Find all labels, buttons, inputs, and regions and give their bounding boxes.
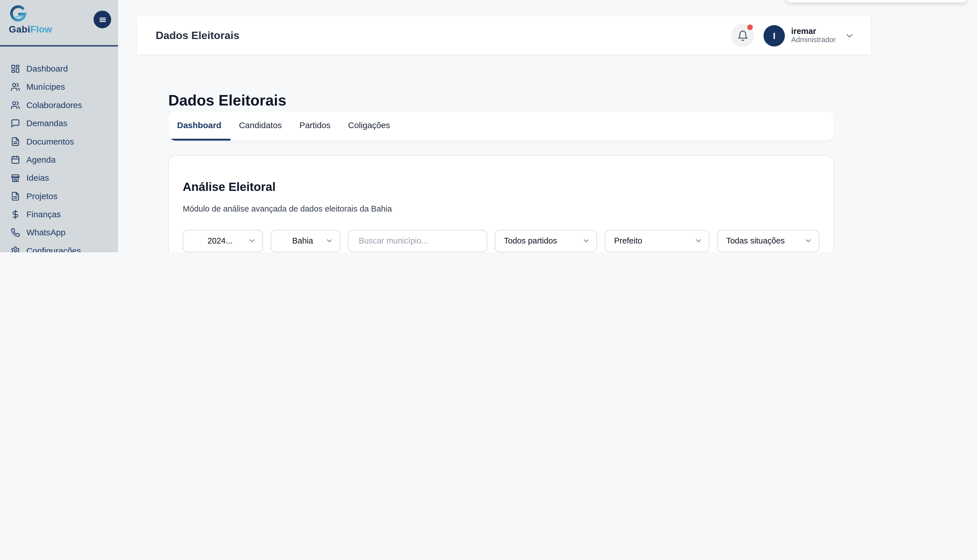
office-select[interactable]: Prefeito [605, 229, 709, 252]
search-input[interactable] [358, 235, 478, 246]
electoral-analysis-card: Análise Eleitoral Módulo de análise avan… [168, 155, 834, 252]
chevron-down-icon [325, 237, 333, 245]
tabs-bar: Dashboard Candidatos Partidos Coligações [168, 112, 834, 140]
top-header-bar: Dados Eleitorais I iremar Administrador [137, 17, 871, 55]
tab-candidatos[interactable]: Candidatos [230, 112, 291, 140]
user-role: Administrador [791, 36, 836, 45]
calendar-icon [11, 155, 20, 164]
page-title: Dados Eleitorais [168, 92, 286, 109]
sidebar-item-municipes[interactable]: Munícipes [0, 78, 118, 96]
sidebar-item-whatsapp[interactable]: WhatsApp [0, 223, 118, 242]
gear-icon [11, 246, 20, 252]
hamburger-icon [98, 15, 107, 23]
document-icon [11, 137, 20, 146]
sidebar-header: GabiFlow [0, 0, 118, 47]
gabiflow-logo-icon [9, 5, 28, 23]
sidebar-item-demandas[interactable]: Demandas [0, 114, 118, 132]
bell-icon [737, 30, 748, 41]
year-select[interactable]: 2024... [183, 229, 263, 252]
chat-icon [11, 119, 20, 128]
sidebar-item-documentos[interactable]: Documentos [0, 132, 118, 150]
chevron-down-icon [248, 237, 256, 245]
sidebar: GabiFlow Dashboard Munícipes Colaborador… [0, 0, 118, 252]
sidebar-item-agenda[interactable]: Agenda [0, 151, 118, 169]
user-info: iremar Administrador [791, 26, 836, 45]
chevron-down-icon [694, 237, 702, 245]
tab-dashboard[interactable]: Dashboard [168, 112, 230, 140]
top-overlay-artifact [786, 0, 967, 3]
analysis-subtitle: Módulo de análise avançada de dados elei… [183, 203, 819, 213]
sidebar-item-colaboradores[interactable]: Colaboradores [0, 96, 118, 114]
sidebar-item-projetos[interactable]: Projetos [0, 187, 118, 205]
sidebar-toggle-button[interactable] [93, 11, 111, 28]
party-select[interactable]: Todos partidos [494, 229, 597, 252]
app-window: GabiFlow Dashboard Munícipes Colaborador… [0, 0, 977, 252]
sidebar-nav: Dashboard Munícipes Colaboradores Demand… [0, 60, 118, 252]
sidebar-item-configuracoes[interactable]: Configurações [0, 242, 118, 252]
dashboard-icon [11, 64, 20, 73]
situation-select[interactable]: Todas situações [717, 229, 819, 252]
dollar-icon [11, 210, 20, 219]
users-icon [11, 100, 20, 110]
chevron-down-icon [582, 237, 590, 245]
notifications-button[interactable] [731, 24, 754, 47]
sidebar-item-financas[interactable]: Finanças [0, 205, 118, 223]
store-icon [11, 173, 20, 183]
tab-coligacoes[interactable]: Coligações [339, 112, 398, 140]
header-title: Dados Eleitorais [156, 29, 240, 42]
sidebar-item-dashboard[interactable]: Dashboard [0, 60, 118, 78]
user-name: iremar [791, 26, 836, 36]
municipality-search[interactable] [348, 229, 487, 252]
chevron-down-icon[interactable] [845, 30, 855, 41]
sidebar-item-ideias[interactable]: Ideias [0, 169, 118, 187]
document-icon [11, 192, 20, 201]
header-actions: I iremar Administrador [731, 24, 855, 47]
analysis-title: Análise Eleitoral [183, 180, 819, 194]
tab-partidos[interactable]: Partidos [290, 112, 339, 140]
phone-icon [11, 228, 20, 237]
filters-row: 2024... Bahia Todos partidos Prefeito To… [183, 229, 819, 252]
avatar[interactable]: I [764, 25, 785, 46]
users-icon [11, 82, 20, 92]
notification-dot [747, 25, 753, 30]
state-select[interactable]: Bahia [270, 229, 340, 252]
chevron-down-icon [804, 237, 813, 245]
